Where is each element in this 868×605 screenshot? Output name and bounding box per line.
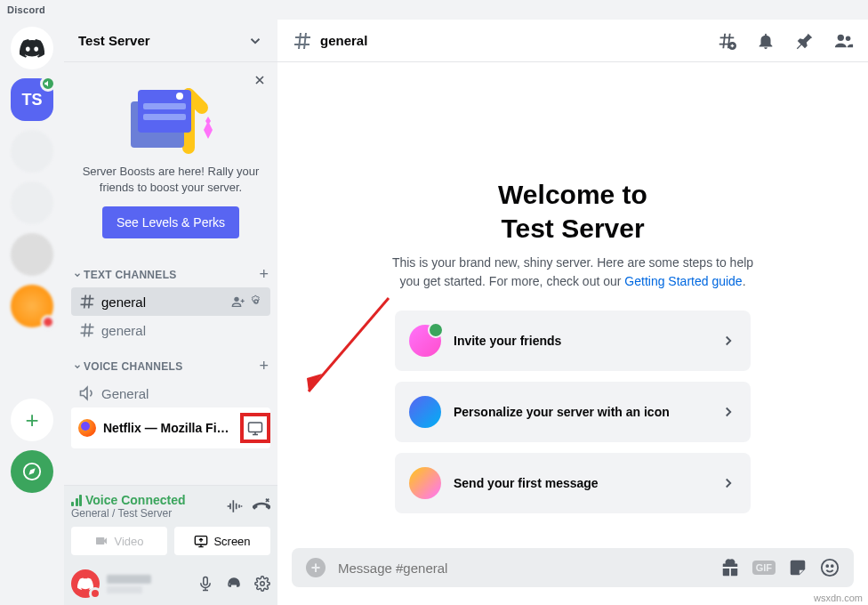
- svg-point-18: [832, 565, 833, 567]
- welcome-section: Welcome toTest Server This is your brand…: [277, 62, 868, 548]
- video-icon: [94, 534, 108, 548]
- watch-stream-button[interactable]: [240, 413, 270, 443]
- invite-icon: [409, 325, 441, 357]
- server-icon-test-server[interactable]: TS: [11, 78, 53, 121]
- deafen-button[interactable]: [226, 576, 242, 592]
- personalize-server-card[interactable]: Personalize your server with an icon: [395, 382, 751, 442]
- notifications-icon[interactable]: [756, 31, 776, 51]
- see-levels-perks-button[interactable]: See Levels & Perks: [102, 206, 239, 238]
- noise-suppression-icon[interactable]: [226, 497, 244, 515]
- svg-point-17: [826, 565, 828, 567]
- svg-point-16: [822, 560, 838, 576]
- channel-title: general: [320, 33, 717, 48]
- server-header[interactable]: Test Server: [64, 20, 277, 62]
- svg-rect-2: [138, 90, 191, 133]
- svg-line-14: [309, 298, 389, 391]
- gear-icon[interactable]: [249, 294, 263, 309]
- annotation-arrow: [291, 289, 398, 405]
- channel-name: general: [101, 323, 263, 338]
- pinned-icon[interactable]: [795, 31, 815, 51]
- text-channels-category[interactable]: TEXT CHANNELS +: [71, 253, 270, 287]
- watermark: wsxdn.com: [814, 593, 863, 603]
- channel-sidebar: Test Server Server Boosts are here! Rall…: [64, 0, 277, 605]
- user-tag-blurred: [107, 586, 142, 593]
- welcome-heading: Welcome toTest Server: [498, 178, 647, 245]
- svg-rect-3: [143, 103, 186, 109]
- category-label: TEXT CHANNELS: [84, 269, 177, 281]
- svg-point-12: [838, 34, 844, 40]
- card-label: Send your first message: [454, 476, 708, 490]
- getting-started-link[interactable]: Getting Started guide: [624, 274, 742, 288]
- channel-header: general: [277, 20, 868, 62]
- send-icon: [409, 467, 441, 499]
- welcome-description: This is your brand new, shiny server. He…: [386, 254, 760, 291]
- add-server-button[interactable]: +: [11, 399, 53, 441]
- channel-name: general: [101, 294, 226, 310]
- send-message-card[interactable]: Send your first message: [395, 453, 751, 513]
- notification-dot: [41, 315, 55, 329]
- gif-button[interactable]: GIF: [752, 561, 776, 575]
- server-icon-blurred[interactable]: [11, 182, 53, 224]
- server-initials: TS: [21, 91, 42, 109]
- settings-button[interactable]: [254, 576, 270, 592]
- chevron-right-icon: [720, 333, 736, 349]
- channel-name: General: [101, 386, 263, 401]
- server-icon-blurred[interactable]: [11, 130, 53, 173]
- discord-home-button[interactable]: [11, 27, 53, 69]
- personalize-icon: [409, 396, 441, 428]
- user-panel: [64, 562, 277, 605]
- message-input[interactable]: [338, 561, 708, 576]
- threads-icon[interactable]: [717, 31, 736, 51]
- main-content: general Welcome toTest Server This is yo…: [277, 0, 868, 605]
- screen-share-activity-row[interactable]: Netflix — Mozilla Firefox: [71, 407, 270, 448]
- channel-general-2[interactable]: general: [71, 316, 270, 344]
- hash-icon: [78, 293, 96, 311]
- explore-servers-button[interactable]: [11, 450, 53, 493]
- gift-icon[interactable]: [720, 558, 740, 577]
- add-voice-channel-button[interactable]: +: [259, 357, 269, 375]
- title-bar: Discord: [0, 0, 868, 20]
- mute-mic-button[interactable]: [197, 576, 213, 592]
- svg-rect-4: [143, 114, 186, 120]
- channel-general[interactable]: general: [71, 287, 270, 316]
- add-text-channel-button[interactable]: +: [259, 265, 269, 284]
- category-label: VOICE CHANNELS: [84, 360, 183, 373]
- card-label: Invite your friends: [454, 334, 708, 348]
- server-icon-blurred[interactable]: [11, 285, 53, 327]
- server-boost-card: Server Boosts are here! Rally your frien…: [64, 62, 277, 253]
- invite-people-icon[interactable]: [231, 294, 245, 309]
- video-button[interactable]: Video: [71, 527, 167, 555]
- boost-text: Server Boosts are here! Rally your frien…: [78, 164, 263, 196]
- invite-friends-card[interactable]: Invite your friends: [395, 311, 751, 371]
- firefox-icon: [78, 419, 96, 437]
- sticker-icon[interactable]: [788, 558, 808, 577]
- add-attachment-button[interactable]: +: [306, 558, 326, 577]
- user-info[interactable]: [107, 575, 190, 593]
- emoji-icon[interactable]: [820, 558, 840, 577]
- members-icon[interactable]: [834, 31, 854, 51]
- svg-marker-15: [307, 374, 322, 391]
- hash-icon: [292, 30, 313, 52]
- disconnect-icon[interactable]: [253, 497, 270, 515]
- screen-share-button[interactable]: Screen: [174, 527, 270, 555]
- welcome-cards: Invite your friends Personalize your ser…: [395, 311, 751, 513]
- voice-channel-path: General / Test Server: [71, 507, 186, 520]
- chevron-down-icon: [73, 270, 82, 279]
- message-input-bar: + GIF: [292, 548, 854, 587]
- server-icon-blurred[interactable]: [11, 233, 53, 276]
- card-label: Personalize your server with an icon: [454, 405, 708, 419]
- voice-connected-label[interactable]: Voice Connected: [71, 493, 186, 507]
- status-dnd-icon: [89, 587, 101, 600]
- user-avatar[interactable]: [71, 569, 100, 598]
- voice-channel-general[interactable]: General: [71, 379, 270, 407]
- screen-icon: [194, 534, 208, 548]
- screen-icon: [247, 420, 263, 436]
- discord-logo-icon: [20, 38, 44, 58]
- svg-point-13: [846, 36, 851, 41]
- voice-channels-category[interactable]: VOICE CHANNELS +: [71, 344, 270, 379]
- server-name-label: Test Server: [78, 33, 150, 48]
- hash-icon: [78, 321, 96, 339]
- chevron-right-icon: [720, 404, 736, 420]
- username-blurred: [107, 575, 151, 584]
- chevron-right-icon: [720, 475, 736, 491]
